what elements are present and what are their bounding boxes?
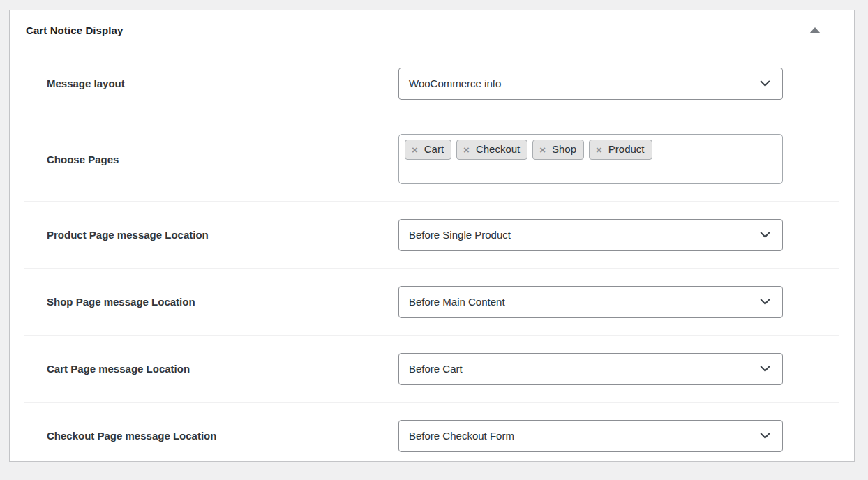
remove-tag-icon[interactable]: × — [539, 144, 546, 155]
cart-page-location-label: Cart Page message Location — [47, 363, 398, 375]
select-value: Before Cart — [409, 363, 463, 375]
tag-product: × Product — [589, 140, 652, 160]
remove-tag-icon[interactable]: × — [463, 144, 470, 155]
row-divider — [24, 469, 839, 470]
tag-cart: × Cart — [405, 140, 451, 160]
message-layout-label: Message layout — [47, 77, 398, 89]
chevron-down-icon — [759, 77, 771, 89]
panel-header: Cart Notice Display — [10, 10, 854, 50]
checkout-page-location-label: Checkout Page message Location — [47, 430, 398, 442]
shop-page-location-label: Shop Page message Location — [47, 296, 398, 308]
tag-label: Shop — [552, 143, 576, 156]
shop-page-location-select[interactable]: Before Main Content — [398, 286, 783, 318]
chevron-down-icon — [759, 229, 771, 241]
tag-label: Checkout — [476, 143, 520, 156]
select-value: Before Single Product — [409, 229, 511, 241]
product-page-location-select[interactable]: Before Single Product — [398, 219, 783, 251]
row-shop-page-location: Shop Page message Location Before Main C… — [10, 269, 854, 335]
choose-pages-multiselect[interactable]: × Cart × Checkout × Shop × Product — [398, 134, 783, 184]
product-page-location-label: Product Page message Location — [47, 229, 398, 241]
select-value: WooCommerce info — [409, 77, 501, 89]
cart-notice-display-panel: Cart Notice Display Message layout WooCo… — [9, 10, 855, 462]
select-value: Before Checkout Form — [409, 430, 514, 442]
message-layout-select[interactable]: WooCommerce info — [398, 68, 783, 100]
collapse-panel-button[interactable] — [802, 17, 828, 43]
tag-label: Product — [608, 143, 645, 156]
checkout-page-location-select[interactable]: Before Checkout Form — [398, 420, 783, 452]
tag-checkout: × Checkout — [456, 140, 527, 160]
row-choose-pages: Choose Pages × Cart × Checkout × Shop × … — [10, 117, 854, 201]
select-value: Before Main Content — [409, 296, 505, 308]
cart-page-location-select[interactable]: Before Cart — [398, 353, 783, 385]
tag-label: Cart — [424, 143, 444, 156]
row-checkout-page-location: Checkout Page message Location Before Ch… — [10, 403, 854, 469]
choose-pages-label: Choose Pages — [47, 153, 398, 165]
panel-title: Cart Notice Display — [26, 24, 123, 36]
tag-shop: × Shop — [532, 140, 584, 160]
panel-body: Message layout WooCommerce info Choose P… — [10, 50, 854, 475]
remove-tag-icon[interactable]: × — [596, 144, 602, 155]
remove-tag-icon[interactable]: × — [412, 144, 418, 155]
chevron-down-icon — [759, 296, 771, 308]
row-cart-page-location: Cart Page message Location Before Cart — [10, 336, 854, 402]
row-message-layout: Message layout WooCommerce info — [10, 50, 854, 117]
row-product-page-location: Product Page message Location Before Sin… — [10, 202, 854, 268]
chevron-down-icon — [759, 430, 771, 442]
chevron-down-icon — [759, 363, 771, 375]
triangle-up-icon — [809, 27, 821, 33]
